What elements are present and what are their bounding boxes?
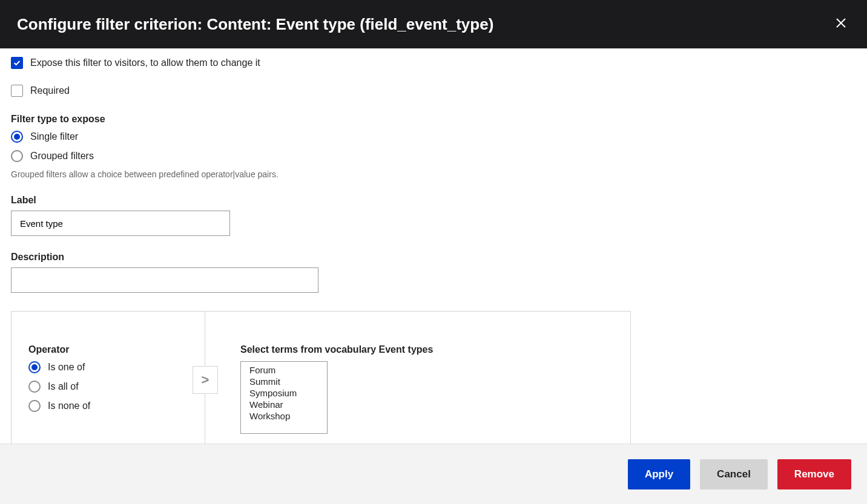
operator-all-of-row: Is all of	[28, 381, 188, 393]
cancel-button[interactable]: Cancel	[700, 459, 768, 489]
label-input[interactable]	[11, 211, 230, 236]
terms-select[interactable]: Forum Summit Symposium Webinar Workshop	[240, 361, 328, 434]
terms-option[interactable]: Workshop	[241, 410, 327, 422]
filter-type-single-label: Single filter	[30, 131, 78, 142]
terms-heading: Select terms from vocabulary Event types	[240, 344, 613, 355]
terms-option[interactable]: Symposium	[241, 387, 327, 399]
operator-one-of-radio[interactable]	[28, 361, 41, 373]
required-checkbox[interactable]	[11, 85, 23, 97]
filter-type-single-radio[interactable]	[11, 131, 23, 143]
description-field-label: Description	[11, 252, 856, 263]
operator-terms-panel: Operator Is one of Is all of Is none of …	[11, 311, 631, 443]
expose-filter-row: Expose this filter to visitors, to allow…	[11, 57, 856, 69]
terms-option[interactable]: Summit	[241, 376, 327, 387]
operator-all-of-radio[interactable]	[28, 381, 41, 393]
dialog-header: Configure filter criterion: Content: Eve…	[0, 0, 867, 48]
operator-one-of-row: Is one of	[28, 361, 188, 373]
dialog-title: Configure filter criterion: Content: Eve…	[17, 15, 493, 34]
required-label: Required	[30, 85, 70, 96]
apply-button[interactable]: Apply	[628, 459, 690, 489]
expose-filter-label: Expose this filter to visitors, to allow…	[30, 57, 260, 68]
filter-type-grouped-label: Grouped filters	[30, 151, 94, 162]
operator-column: Operator Is one of Is all of Is none of …	[12, 312, 205, 443]
close-button[interactable]	[832, 14, 850, 35]
filter-type-heading: Filter type to expose	[11, 114, 856, 125]
operator-heading: Operator	[28, 344, 188, 355]
terms-option[interactable]: Forum	[241, 364, 327, 376]
operator-none-of-row: Is none of	[28, 400, 188, 412]
filter-type-grouped-row: Grouped filters	[11, 150, 856, 162]
description-input[interactable]	[11, 267, 318, 293]
filter-type-single-row: Single filter	[11, 131, 856, 143]
operator-none-of-radio[interactable]	[28, 400, 41, 412]
close-icon	[836, 18, 846, 28]
filter-type-help: Grouped filters allow a choice between p…	[11, 169, 856, 179]
check-icon	[13, 59, 21, 67]
label-field-label: Label	[11, 195, 856, 206]
required-row: Required	[11, 85, 856, 97]
dialog-body[interactable]: Expose this filter to visitors, to allow…	[0, 48, 867, 443]
operator-one-of-label: Is one of	[48, 362, 85, 373]
remove-button[interactable]: Remove	[777, 459, 851, 489]
chevron-right-icon: >	[202, 372, 209, 388]
terms-column: Select terms from vocabulary Event types…	[205, 312, 630, 443]
operator-all-of-label: Is all of	[48, 381, 79, 392]
terms-option[interactable]: Webinar	[241, 399, 327, 410]
column-toggle[interactable]: >	[193, 366, 218, 394]
expose-filter-checkbox[interactable]	[11, 57, 23, 69]
dialog-footer: Apply Cancel Remove	[0, 443, 867, 504]
operator-none-of-label: Is none of	[48, 401, 90, 411]
filter-type-grouped-radio[interactable]	[11, 150, 23, 162]
